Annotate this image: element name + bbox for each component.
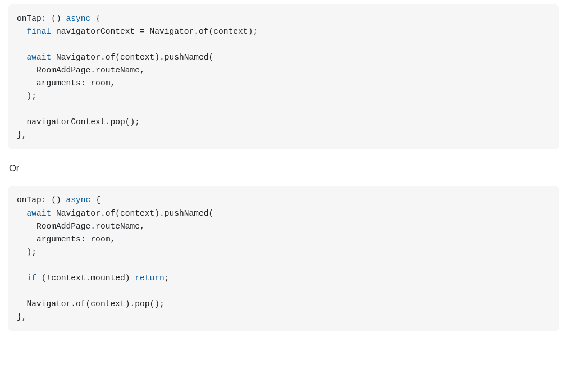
code-keyword: async bbox=[66, 195, 91, 204]
separator-or: Or bbox=[9, 163, 558, 174]
code-text: onTap: () bbox=[17, 14, 66, 23]
code-text: ); bbox=[17, 92, 36, 101]
code-text: navigatorContext = Navigator.of(context)… bbox=[51, 27, 258, 36]
code-text: arguments: room, bbox=[17, 79, 115, 88]
code-text: Navigator.of(context).pop(); bbox=[17, 299, 164, 308]
code-keyword: final bbox=[27, 27, 52, 36]
code-keyword: if bbox=[27, 274, 37, 282]
code-text: RoomAddPage.routeName, bbox=[17, 66, 145, 75]
code-text: { bbox=[90, 14, 100, 23]
code-text: onTap: () bbox=[17, 195, 66, 204]
code-text bbox=[17, 274, 27, 282]
code-keyword: return bbox=[135, 274, 164, 282]
code-text: Navigator.of(context).pushNamed( bbox=[51, 53, 213, 62]
code-text: navigatorContext.pop(); bbox=[17, 117, 140, 126]
code-block-1: onTap: () async { final navigatorContext… bbox=[8, 4, 559, 149]
code-keyword: await bbox=[27, 209, 52, 218]
code-keyword: async bbox=[66, 14, 91, 23]
code-text: RoomAddPage.routeName, bbox=[17, 222, 145, 231]
code-text bbox=[17, 27, 27, 36]
code-text: { bbox=[90, 195, 100, 204]
code-block-2: onTap: () async { await Navigator.of(con… bbox=[8, 186, 559, 331]
code-text: }, bbox=[17, 312, 27, 321]
code-text bbox=[17, 209, 27, 218]
code-text: ; bbox=[164, 274, 170, 282]
code-text: ); bbox=[17, 248, 36, 257]
code-text: Navigator.of(context).pushNamed( bbox=[51, 209, 213, 218]
code-text: (!context.mounted) bbox=[36, 274, 135, 282]
code-text bbox=[17, 53, 27, 62]
code-text: }, bbox=[17, 130, 27, 139]
code-text: arguments: room, bbox=[17, 235, 115, 244]
code-keyword: await bbox=[27, 53, 52, 62]
